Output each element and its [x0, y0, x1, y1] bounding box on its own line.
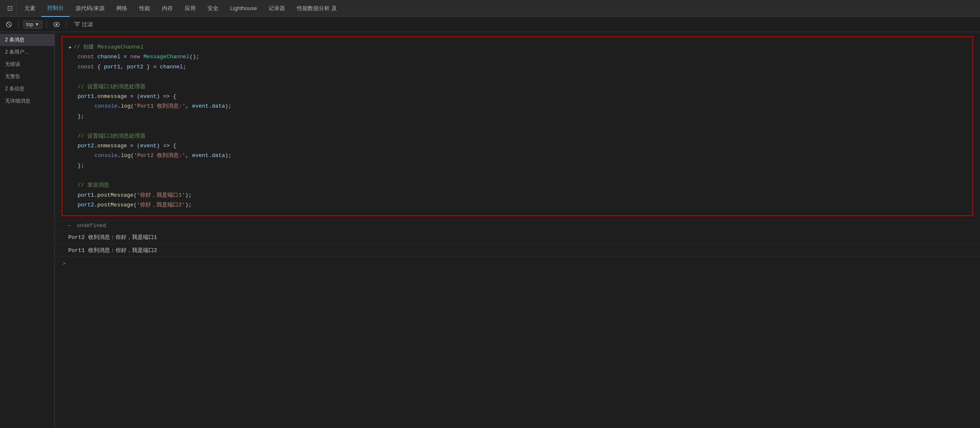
devtools-icon[interactable]: ⊡ — [3, 2, 17, 15]
console-toolbar: top ▼ 过滤 — [0, 17, 980, 32]
clear-console-button[interactable] — [3, 19, 14, 30]
code-block: ▶ // 创建 MessageChannel const channel = n… — [62, 36, 973, 216]
toolbar-divider3 — [66, 20, 67, 29]
toolbar-divider2 — [46, 20, 47, 29]
nav-memory[interactable]: 内存 — [156, 0, 179, 17]
nav-lighthouse[interactable]: Lighthouse — [224, 0, 263, 17]
svg-point-3 — [55, 23, 57, 25]
code-line-1: ▶ // 创建 MessageChannel — [69, 42, 966, 52]
main-area: 2 条消息 2 条用户... 无错误 无警告 2 条信息 无详细消息 ▶ // … — [0, 32, 980, 428]
expand-arrow[interactable]: ▶ — [69, 44, 72, 51]
sidebar: 2 条消息 2 条用户... 无错误 无警告 2 条信息 无详细消息 — [0, 32, 55, 428]
output-msg-2: Port1 收到消息：你好，我是端口2 — [55, 244, 980, 257]
nav-performance[interactable]: 性能 — [133, 0, 156, 17]
code-line-2: const channel = new MessageChannel (); — [69, 52, 966, 62]
code-line-15: // 发送消息 — [69, 180, 966, 190]
code-line-10: // 设置端口2的消息处理器 — [69, 131, 966, 141]
code-line-12: console . log ( 'Port2 收到消息:' , event . … — [69, 151, 966, 160]
toolbar-divider — [19, 20, 19, 29]
nav-sources[interactable]: 源代码/来源 — [70, 0, 110, 17]
chevron-down-icon: ▼ — [35, 22, 39, 27]
code-line-blank3 — [69, 171, 966, 180]
nav-network[interactable]: 网络 — [110, 0, 133, 17]
sidebar-item-warnings[interactable]: 无警告 — [0, 70, 54, 83]
sidebar-item-verbose[interactable]: 无详细消息 — [0, 95, 54, 107]
context-selector[interactable]: top ▼ — [23, 20, 42, 29]
code-line-17: port2 . postMessage ( '你好，我是端口2' ); — [69, 200, 966, 210]
console-prompt: ＞ — [62, 260, 67, 267]
nav-elements[interactable]: 元素 — [19, 0, 41, 17]
nav-recorder[interactable]: 记录器 — [263, 0, 291, 17]
code-line-13: }; — [69, 161, 966, 171]
nav-console[interactable]: 控制台 — [41, 0, 70, 17]
eye-icon[interactable] — [51, 19, 62, 30]
result-line: ← undefined — [55, 220, 980, 230]
code-line-blank2 — [69, 121, 966, 131]
code-line-7: console . log ( 'Port1 收到消息:' , event . … — [69, 101, 966, 111]
result-value: undefined — [77, 222, 106, 229]
sidebar-item-errors[interactable]: 无错误 — [0, 58, 54, 70]
code-line-11: port2 . onmessage = ( event ) => { — [69, 141, 966, 151]
nav-security[interactable]: 安全 — [202, 0, 224, 17]
output-msg-1: Port2 收到消息：你好，我是端口1 — [55, 230, 980, 244]
code-line-3: const { port1 , port2 } = channel ; — [69, 62, 966, 72]
sidebar-item-info[interactable]: 2 条信息 — [0, 83, 54, 95]
nav-application[interactable]: 应用 — [179, 0, 202, 17]
sidebar-item-all[interactable]: 2 条消息 — [0, 34, 54, 46]
nav-performance-insights[interactable]: 性能数据分析 及 — [291, 0, 343, 17]
svg-line-1 — [7, 23, 11, 26]
code-line-16: port1 . postMessage ( '你好，我是端口1' ); — [69, 190, 966, 200]
filter-button[interactable]: 过滤 — [71, 20, 96, 29]
sidebar-item-user[interactable]: 2 条用户... — [0, 46, 54, 58]
code-line-blank1 — [69, 72, 966, 81]
console-input[interactable]: ＞ — [55, 257, 980, 270]
code-line-6: port1 . onmessage = ( event ) => { — [69, 92, 966, 101]
result-arrow: ← — [68, 222, 72, 229]
top-nav: ⊡ 元素 控制台 源代码/来源 网络 性能 内存 应用 安全 Lighthous… — [0, 0, 980, 17]
code-line-8: }; — [69, 111, 966, 121]
code-line-5: // 设置端口1的消息处理器 — [69, 82, 966, 92]
console-area: ▶ // 创建 MessageChannel const channel = n… — [55, 32, 980, 428]
